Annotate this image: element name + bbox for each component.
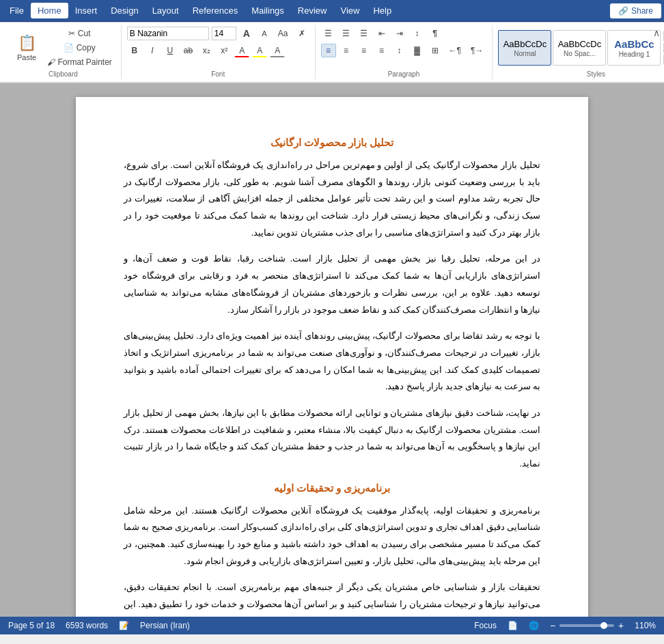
- menu-bar: File Home Insert Design Layout Reference…: [0, 0, 664, 22]
- ltr-button[interactable]: ¶→: [467, 44, 486, 57]
- section2-heading: برنامه‌ریزی و تحقیقات اولیه: [124, 482, 540, 494]
- style-no-spacing-label: No Spac...: [564, 50, 596, 57]
- zoom-bar: − +: [550, 620, 624, 631]
- clipboard-label: Clipboard: [49, 70, 78, 78]
- word-count: 6593 words: [66, 621, 108, 630]
- text-effect-button[interactable]: A: [270, 44, 285, 57]
- paragraph-group: ☰ ☰ ☰ ⇤ ⇥ ↕ ¶ ≡ ≡ ≡ ≡ ↕ ▓ ⊞ ←¶ ¶: [316, 25, 493, 79]
- menu-references[interactable]: References: [186, 3, 245, 18]
- section2-para1: برنامه‌ریزی و تحقیقات اولیه، پایه‌گذار م…: [124, 503, 540, 570]
- highlight-button[interactable]: A: [252, 44, 267, 57]
- shading-button[interactable]: ▓: [410, 44, 425, 57]
- zoom-thumb: [600, 622, 607, 629]
- style-normal[interactable]: AaBbCcDc Normal: [498, 30, 551, 66]
- justify-button[interactable]: ≡: [374, 44, 389, 57]
- font-color-button[interactable]: A: [234, 44, 249, 57]
- bold-button[interactable]: B: [127, 44, 142, 57]
- change-case-button[interactable]: Aa: [275, 27, 292, 40]
- section1-para3: با توجه به رشد تقاضا برای محصولات ارگانی…: [124, 328, 540, 395]
- menu-mailings[interactable]: Mailings: [245, 3, 291, 18]
- format-painter-button[interactable]: 🖌 Format Painter: [44, 55, 115, 69]
- multilevel-button[interactable]: ☰: [357, 27, 372, 40]
- menu-insert[interactable]: Insert: [68, 3, 105, 18]
- style-normal-preview: AaBbCcDc: [503, 39, 547, 49]
- rtl-button[interactable]: ←¶: [445, 44, 465, 57]
- increase-font-button[interactable]: A: [239, 27, 254, 40]
- proofing-icon: 📝: [119, 621, 129, 630]
- menu-review[interactable]: Review: [291, 3, 334, 18]
- style-no-spacing-preview: AaBbCcDc: [558, 39, 602, 49]
- font-label: Font: [211, 70, 225, 78]
- font-group: A A Aa ✗ B I U ab x₂ x² A A A Font: [122, 25, 316, 79]
- share-icon: 🔗: [618, 6, 628, 16]
- align-center-button[interactable]: ≡: [339, 44, 354, 57]
- menu-home[interactable]: Home: [31, 3, 68, 18]
- language-info: Persian (Iran): [140, 621, 190, 630]
- increase-indent-button[interactable]: ⇥: [392, 27, 407, 40]
- line-spacing-button[interactable]: ↕: [392, 44, 407, 57]
- zoom-percent: 110%: [635, 621, 656, 630]
- border-button[interactable]: ⊞: [428, 44, 443, 57]
- show-para-button[interactable]: ¶: [428, 27, 443, 40]
- italic-button[interactable]: I: [145, 44, 160, 57]
- numbering-button[interactable]: ☰: [339, 27, 354, 40]
- paste-label: Paste: [17, 53, 36, 61]
- clipboard-group: 📋 Paste ✂ Cut 📄 Copy 🖌 Format Painter Cl…: [5, 25, 122, 79]
- font-size-input[interactable]: [212, 27, 236, 40]
- menu-view[interactable]: View: [333, 3, 366, 18]
- align-right-button[interactable]: ≡: [321, 44, 336, 57]
- styles-group: AaBbCcDc Normal AaBbCcDc No Spac... AaBb…: [493, 25, 664, 79]
- subscript-button[interactable]: x₂: [199, 44, 214, 57]
- align-left-button[interactable]: ≡: [357, 44, 372, 57]
- cut-button[interactable]: ✂ Cut: [44, 27, 115, 40]
- styles-label: Styles: [587, 70, 605, 78]
- ribbon: 📋 Paste ✂ Cut 📄 Copy 🖌 Format Painter Cl…: [0, 22, 664, 83]
- style-heading1-preview: AaBbCc: [614, 38, 654, 50]
- statusbar-right: Focus 📄 🌐 − + 110%: [474, 620, 656, 631]
- sort-button[interactable]: ↕: [410, 27, 425, 40]
- view-icon-web[interactable]: 🌐: [529, 621, 539, 630]
- menu-layout[interactable]: Layout: [146, 3, 186, 18]
- status-bar: Page 5 of 18 6593 words 📝 Persian (Iran)…: [0, 617, 664, 634]
- focus-label[interactable]: Focus: [474, 621, 497, 630]
- view-icon-print[interactable]: 📄: [508, 621, 518, 630]
- strikethrough-button[interactable]: ab: [180, 44, 196, 57]
- bullets-button[interactable]: ☰: [321, 27, 336, 40]
- menu-file[interactable]: File: [3, 3, 31, 18]
- zoom-out-icon[interactable]: −: [550, 620, 555, 631]
- decrease-font-button[interactable]: A: [257, 27, 272, 40]
- paragraph-label: Paragraph: [388, 70, 420, 78]
- style-normal-label: Normal: [514, 50, 536, 57]
- font-name-input[interactable]: [127, 27, 209, 40]
- share-label: Share: [631, 6, 653, 16]
- ribbon-collapse-button[interactable]: ∧: [650, 25, 663, 41]
- zoom-slider[interactable]: [559, 624, 614, 627]
- zoom-in-icon[interactable]: +: [618, 620, 624, 631]
- paste-button[interactable]: 📋 Paste: [11, 31, 42, 65]
- document-container[interactable]: تحلیل بازار محصولات ارگانیک تحلیل بازار …: [0, 83, 664, 617]
- style-heading1-label: Heading 1: [619, 51, 650, 58]
- styles-gallery: AaBbCcDc Normal AaBbCcDc No Spac... AaBb…: [498, 30, 664, 66]
- section1-para1: تحلیل بازار محصولات ارگانیک یکی از اولین…: [124, 157, 540, 241]
- menu-design[interactable]: Design: [104, 3, 145, 18]
- section1-para4: در نهایت، شناخت دقیق نیازهای مشتریان و ت…: [124, 405, 540, 473]
- section1-heading: تحلیل بازار محصولات ارگانیک: [124, 137, 540, 149]
- section1-para2: در این مرحله، تحلیل رقبا نیز بخش مهمی از…: [124, 251, 540, 318]
- document-page: تحلیل بازار محصولات ارگانیک تحلیل بازار …: [76, 97, 588, 617]
- decrease-indent-button[interactable]: ⇤: [374, 27, 389, 40]
- superscript-button[interactable]: x²: [217, 44, 232, 57]
- style-no-spacing[interactable]: AaBbCcDc No Spac...: [553, 30, 606, 66]
- copy-button[interactable]: 📄 Copy: [44, 41, 115, 55]
- page-info: Page 5 of 18: [8, 621, 55, 630]
- menu-help[interactable]: Help: [366, 3, 398, 18]
- underline-button[interactable]: U: [163, 44, 178, 57]
- share-button[interactable]: 🔗 Share: [610, 3, 661, 18]
- paste-icon: 📋: [18, 34, 36, 52]
- section2-para2: تحقیقات بازار و شناسایی خاص مشتریان یکی …: [124, 579, 540, 617]
- clear-format-button[interactable]: ✗: [294, 27, 309, 40]
